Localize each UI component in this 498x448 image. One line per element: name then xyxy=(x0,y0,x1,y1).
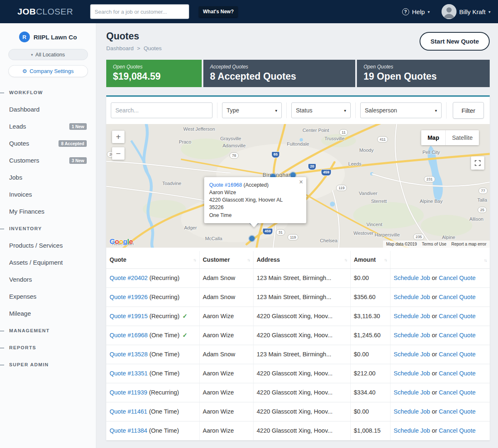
quotes-table: Quote ↑↓ Customer ↑↓ Address ↑↓ Amount ↑… xyxy=(106,251,490,441)
company-settings-button[interactable]: ⚙ Company Settings xyxy=(8,65,88,77)
top-navbar: JOBCLOSER What's New? ? Help ▾ Billy Kra… xyxy=(0,0,498,23)
schedule-job-link[interactable]: Schedule Job xyxy=(394,313,430,319)
quote-link[interactable]: Quote #19915 xyxy=(110,313,148,319)
column-header[interactable]: Customer ↑↓ xyxy=(199,251,253,268)
quote-link[interactable]: Quote #11939 xyxy=(110,389,147,396)
cancel-quote-link[interactable]: Cancel Quote xyxy=(439,370,476,377)
sidebar-item-products-services[interactable]: Products / Services xyxy=(0,237,96,254)
schedule-job-link[interactable]: Schedule Job xyxy=(394,427,430,434)
cancel-quote-link[interactable]: Cancel Quote xyxy=(439,294,476,300)
all-locations-dropdown[interactable]: ▾ All Locations xyxy=(8,49,88,60)
actions-cell: Schedule Job or Cancel Quote xyxy=(390,402,490,421)
quote-link[interactable]: Quote #19926 xyxy=(110,294,148,300)
highway-shield: 11 xyxy=(339,129,348,136)
stat-label: Open Quotes xyxy=(364,64,483,70)
sidebar-item-leads[interactable]: Leads 1 New xyxy=(0,118,96,135)
quote-link[interactable]: Quote #13528 xyxy=(110,351,148,358)
quote-link[interactable]: Quote #20402 xyxy=(110,275,148,281)
status-select-value: Status xyxy=(296,107,312,114)
column-header[interactable]: Address ↑↓ xyxy=(253,251,350,268)
cancel-quote-link[interactable]: Cancel Quote xyxy=(439,389,476,396)
highway-shield: 459 xyxy=(321,169,331,176)
quote-cell: Quote #13528 (One Time) xyxy=(106,345,199,364)
start-new-quote-button[interactable]: Start New Quote xyxy=(420,32,490,51)
salesperson-select[interactable]: Salesperson ▾ xyxy=(360,102,442,118)
sidebar-item-assets-equipment[interactable]: Assets / Equipment xyxy=(0,254,96,271)
sidebar-item-customers[interactable]: Customers 3 New xyxy=(0,152,96,169)
quote-type: (Recurring) xyxy=(149,313,180,319)
table-row: Quote #11939 (Recurring) Aaron Wize 4220… xyxy=(106,383,490,402)
breadcrumb-item[interactable]: Dashboard xyxy=(106,45,134,51)
sidebar-item-invoices[interactable]: Invoices xyxy=(0,186,96,203)
quote-type: (One Time) xyxy=(149,427,179,434)
quote-link[interactable]: Quote #11384 xyxy=(110,427,147,434)
sort-icon[interactable]: ↑↓ xyxy=(384,258,387,262)
column-header[interactable]: Quote ↑↓ xyxy=(106,251,199,268)
logo-text-bold: JOB xyxy=(17,7,36,16)
stats-row: Open Quotes $19,084.59 Accepted Quotes 8… xyxy=(106,60,490,87)
sidebar-item-jobs[interactable]: Jobs xyxy=(0,169,96,186)
zoom-in-button[interactable]: + xyxy=(112,131,124,143)
sidebar-section-header: WORKFLOW xyxy=(0,84,96,101)
user-menu[interactable]: Billy Kraft ▾ xyxy=(442,4,491,19)
map[interactable]: × Quote #16968 (Accepted) Aaron Wize 422… xyxy=(106,124,490,248)
cancel-quote-link[interactable]: Cancel Quote xyxy=(439,408,476,415)
cancel-quote-link[interactable]: Cancel Quote xyxy=(439,351,476,358)
status-select[interactable]: Status ▾ xyxy=(291,102,351,118)
sidebar-item-vendors[interactable]: Vendors xyxy=(0,271,96,288)
quote-type: (Recurring) xyxy=(149,275,180,281)
sidebar-item-mileage[interactable]: Mileage xyxy=(0,305,96,322)
filter-button[interactable]: Filter xyxy=(453,102,484,119)
schedule-job-link[interactable]: Schedule Job xyxy=(394,294,430,300)
schedule-job-link[interactable]: Schedule Job xyxy=(394,370,430,377)
type-select[interactable]: Type ▾ xyxy=(222,102,282,118)
quote-type: (Recurring) xyxy=(149,294,180,300)
help-menu[interactable]: ? Help ▾ xyxy=(402,8,430,15)
table-row: Quote #13351 (One Time) Aaron Wize 4220 … xyxy=(106,364,490,383)
zoom-out-button[interactable]: − xyxy=(112,147,124,160)
highway-shield: 25 xyxy=(478,207,487,213)
map-view-button[interactable]: Map xyxy=(421,130,445,145)
quotes-search-input[interactable] xyxy=(111,102,212,118)
sidebar: R RIIPL Lawn Co ▾ All Locations ⚙ Compan… xyxy=(0,23,96,448)
customer-cell: Adam Snow xyxy=(199,287,253,307)
whats-new-button[interactable]: What's New? xyxy=(199,6,238,17)
cancel-quote-link[interactable]: Cancel Quote xyxy=(439,427,476,434)
fullscreen-button[interactable] xyxy=(471,156,484,170)
sidebar-item-my-finances[interactable]: My Finances xyxy=(0,203,96,220)
global-search-input[interactable] xyxy=(90,5,189,19)
sidebar-item-quotes[interactable]: Quotes 8 Accepted xyxy=(0,135,96,152)
column-header[interactable]: Amount ↑↓ xyxy=(350,251,390,268)
app-logo[interactable]: JOBCLOSER xyxy=(17,7,73,17)
map-marker[interactable] xyxy=(249,236,255,241)
schedule-job-link[interactable]: Schedule Job xyxy=(394,408,430,415)
schedule-job-link[interactable]: Schedule Job xyxy=(394,389,430,396)
chevron-down-icon: ▾ xyxy=(344,108,346,113)
schedule-job-link[interactable]: Schedule Job xyxy=(394,275,430,281)
highway-shield: 119 xyxy=(336,185,347,191)
quote-link[interactable]: Quote #11461 xyxy=(110,408,147,415)
sidebar-item-label: Customers xyxy=(9,157,69,164)
terms-of-use-link[interactable]: Terms of Use xyxy=(422,242,447,246)
sidebar-item-expenses[interactable]: Expenses xyxy=(0,288,96,305)
sort-icon[interactable]: ↑↓ xyxy=(344,258,347,262)
schedule-job-link[interactable]: Schedule Job xyxy=(394,332,430,338)
cancel-quote-link[interactable]: Cancel Quote xyxy=(439,275,476,281)
report-map-error-link[interactable]: Report a map error xyxy=(452,242,486,246)
quote-link[interactable]: Quote #13351 xyxy=(110,370,148,377)
schedule-job-link[interactable]: Schedule Job xyxy=(394,351,430,358)
satellite-view-button[interactable]: Satellite xyxy=(445,130,479,145)
sort-icon[interactable]: ↑↓ xyxy=(247,258,250,262)
cancel-quote-link[interactable]: Cancel Quote xyxy=(439,332,476,338)
cancel-quote-link[interactable]: Cancel Quote xyxy=(439,313,476,319)
column-header[interactable]: ↑↓ xyxy=(390,251,490,268)
sidebar-item-dashboard[interactable]: Dashboard xyxy=(0,101,96,118)
quote-link[interactable]: Quote #16968 xyxy=(110,332,148,338)
sort-icon[interactable]: ↑↓ xyxy=(484,258,486,263)
quote-cell: Quote #13351 (One Time) xyxy=(106,364,199,383)
close-icon[interactable]: × xyxy=(299,179,303,185)
company-switcher[interactable]: R RIIPL Lawn Co xyxy=(0,32,96,42)
info-quote-link[interactable]: Quote #16968 xyxy=(209,182,242,188)
sidebar-section-header: INVENTORY xyxy=(0,220,96,237)
sort-icon[interactable]: ↑↓ xyxy=(193,258,196,262)
